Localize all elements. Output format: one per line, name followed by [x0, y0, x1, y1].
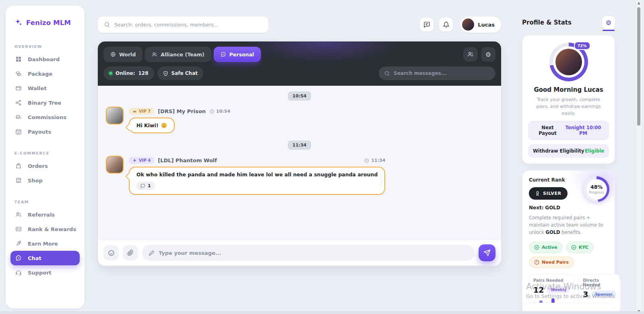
chat-bubble-icon	[15, 255, 22, 261]
sidebar-item-chat[interactable]: Chat	[10, 251, 80, 265]
sidebar-item-wallet[interactable]: Wallet	[10, 81, 80, 95]
message-text: Ok who killed the panda and made him lea…	[136, 171, 378, 178]
dashboard-icon	[15, 56, 22, 62]
online-pill[interactable]: Online: 128	[103, 66, 154, 80]
headset-icon	[15, 269, 22, 276]
reply-count-chip[interactable]: 1	[136, 182, 155, 190]
sidebar-item-label: Orders	[28, 163, 48, 169]
profile-progress-badge: 72%	[574, 41, 590, 50]
bell-icon	[443, 21, 450, 28]
smiley-emoji-icon	[161, 122, 167, 128]
clock-icon	[364, 158, 369, 163]
rank-card: Current Rank 48% Progress SILVER Next: G…	[522, 170, 615, 314]
profile-avatar[interactable]	[555, 49, 582, 75]
wallet-icon	[15, 85, 22, 91]
message-search-input[interactable]	[394, 70, 490, 76]
tab-label: Personal	[229, 52, 254, 58]
sidebar-item-rank-rewards[interactable]: Rank & Rewards	[10, 222, 80, 236]
profile-settings-button[interactable]: ⚙	[602, 16, 615, 29]
messages-button[interactable]	[420, 18, 433, 31]
tab-alliance[interactable]: Alliance (Team)	[145, 47, 211, 62]
online-dot-icon	[109, 72, 112, 75]
rocket-icon	[15, 240, 22, 247]
message-avatar[interactable]	[106, 107, 124, 124]
paperclip-icon	[127, 250, 134, 256]
search-icon	[104, 21, 110, 28]
global-search-input[interactable]	[114, 22, 262, 28]
sidebar-item-support[interactable]: Support	[10, 265, 80, 280]
sidebar-item-label: Rank & Rewards	[28, 226, 76, 232]
sidebar-item-orders[interactable]: Orders	[10, 159, 80, 173]
section-label-overview: OVERVIEW	[14, 44, 76, 49]
message-avatar[interactable]	[106, 156, 124, 174]
sidebar-item-referrals[interactable]: Referrals	[10, 207, 80, 222]
rank-description: Complete required pairs + maintain activ…	[529, 215, 608, 236]
message-input[interactable]	[159, 250, 468, 256]
greeting-subtitle: Track your growth, complete pairs, and w…	[530, 96, 607, 117]
sidebar-item-package[interactable]: Package	[10, 66, 80, 81]
emoji-button[interactable]	[103, 245, 119, 260]
profile-card: 72% Good Morning Lucas Track your growth…	[522, 35, 615, 164]
tab-world[interactable]: World	[103, 47, 142, 62]
safe-chat-pill[interactable]: Safe Chat	[157, 66, 203, 80]
sender-name[interactable]: [DRS] My Prison	[158, 108, 206, 114]
global-search[interactable]	[98, 17, 268, 33]
sidebar-item-shop[interactable]: Shop	[10, 173, 80, 188]
page-scrollbar[interactable]: ▲ ▼	[636, 0, 642, 314]
diamond-icon	[132, 158, 137, 163]
brand-name: Fenizo MLM	[26, 19, 71, 27]
tab-label: World	[119, 52, 136, 58]
sidebar-item-binary-tree[interactable]: Binary Tree	[10, 95, 80, 110]
message-search[interactable]	[379, 66, 495, 80]
message-time: 10:54	[209, 109, 230, 114]
sparkle-icon	[14, 19, 23, 27]
online-count: 128	[138, 70, 148, 76]
message-time: 11:34	[364, 158, 385, 163]
message-input-box[interactable]	[142, 245, 475, 261]
sidebar-item-label: Payouts	[28, 129, 51, 135]
bag-icon	[15, 163, 22, 169]
sidebar-item-dashboard[interactable]: Dashboard	[10, 52, 80, 66]
next-payout-value: Tonight 10:00 PM	[562, 125, 604, 136]
medal-icon	[535, 191, 540, 196]
attach-button[interactable]	[123, 245, 138, 260]
coins-icon	[15, 70, 22, 77]
message-composer	[98, 240, 501, 266]
directs-needed-value: 3	[583, 290, 588, 299]
sidebar-item-label: Wallet	[28, 85, 47, 91]
chat-tabs: World Alliance (Team) Personal ⚙	[103, 47, 495, 62]
send-button[interactable]	[479, 244, 495, 261]
scroll-up-arrow[interactable]: ▲	[636, 0, 642, 6]
sidebar-item-payouts[interactable]: Payouts	[10, 124, 80, 139]
pairs-tag: Weekly	[547, 286, 570, 293]
rank-badge[interactable]: SILVER	[529, 187, 568, 200]
storefront-icon	[15, 177, 22, 184]
crown-icon	[132, 109, 137, 114]
search-icon	[384, 70, 390, 76]
message-bubble[interactable]: Hi Kiwi!	[129, 118, 175, 133]
time-divider: 10:54	[288, 91, 311, 101]
greeting: Good Morning Lucas	[528, 86, 609, 93]
brand-logo[interactable]: Fenizo MLM	[6, 6, 85, 29]
scrollbar-thumb[interactable]	[637, 7, 640, 126]
user-menu[interactable]: Lucas	[460, 17, 501, 33]
chat-messages[interactable]: 10:54 VIP 7 [DRS] My Prison 10:54	[98, 86, 501, 240]
sidebar-item-earn-more[interactable]: Earn More	[10, 236, 80, 251]
notifications-button[interactable]	[439, 18, 453, 31]
members-button[interactable]	[463, 47, 478, 62]
status-chip-kyc: KYC	[566, 242, 594, 253]
pencil-icon	[149, 250, 155, 256]
sender-name[interactable]: [LDL] Phantom Wolf	[158, 157, 217, 163]
directs-tag: Sponsor	[591, 291, 616, 297]
tab-personal[interactable]: Personal	[214, 47, 261, 62]
sidebar-item-commissions[interactable]: Commissions	[10, 110, 80, 124]
vip-badge: VIP 7	[129, 108, 154, 115]
section-label-ecommerce: E-COMMERCE	[14, 151, 76, 155]
eligibility-status: Eligible	[585, 148, 604, 154]
chat-settings-button[interactable]: ⚙	[481, 47, 495, 62]
alert-circle-icon	[534, 260, 539, 265]
topbar: Lucas	[98, 16, 501, 33]
personal-chat-icon	[221, 52, 226, 57]
chat-message: VIP 7 [DRS] My Prison 10:54 Hi Kiwi!	[105, 107, 494, 133]
message-bubble[interactable]: Ok who killed the panda and made him lea…	[129, 167, 385, 195]
